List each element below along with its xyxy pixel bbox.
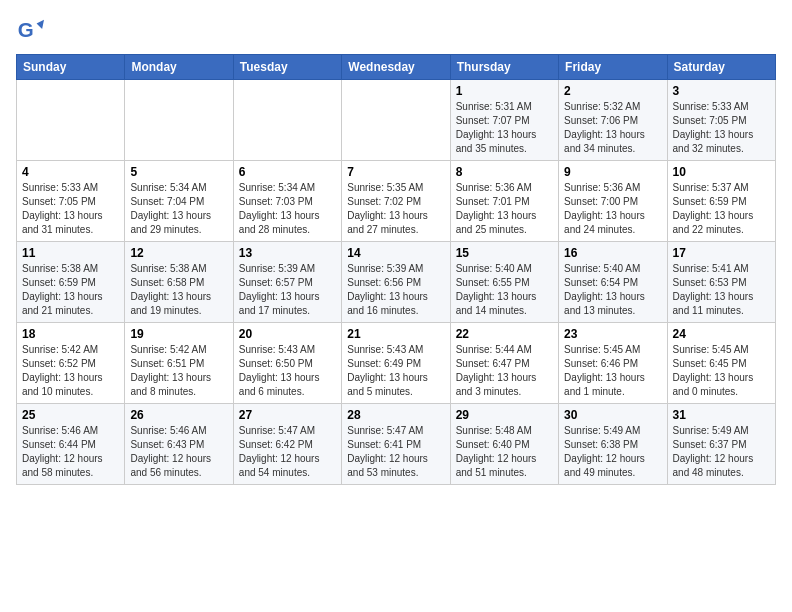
week-row-2: 4Sunrise: 5:33 AM Sunset: 7:05 PM Daylig…	[17, 161, 776, 242]
calendar-cell: 8Sunrise: 5:36 AM Sunset: 7:01 PM Daylig…	[450, 161, 558, 242]
day-info: Sunrise: 5:49 AM Sunset: 6:38 PM Dayligh…	[564, 424, 661, 480]
day-info: Sunrise: 5:42 AM Sunset: 6:51 PM Dayligh…	[130, 343, 227, 399]
day-info: Sunrise: 5:46 AM Sunset: 6:44 PM Dayligh…	[22, 424, 119, 480]
day-info: Sunrise: 5:41 AM Sunset: 6:53 PM Dayligh…	[673, 262, 770, 318]
calendar-cell: 18Sunrise: 5:42 AM Sunset: 6:52 PM Dayli…	[17, 323, 125, 404]
day-number: 13	[239, 246, 336, 260]
week-row-1: 1Sunrise: 5:31 AM Sunset: 7:07 PM Daylig…	[17, 80, 776, 161]
calendar-cell: 1Sunrise: 5:31 AM Sunset: 7:07 PM Daylig…	[450, 80, 558, 161]
calendar-cell: 4Sunrise: 5:33 AM Sunset: 7:05 PM Daylig…	[17, 161, 125, 242]
day-info: Sunrise: 5:47 AM Sunset: 6:41 PM Dayligh…	[347, 424, 444, 480]
day-number: 29	[456, 408, 553, 422]
day-number: 19	[130, 327, 227, 341]
calendar-table: SundayMondayTuesdayWednesdayThursdayFrid…	[16, 54, 776, 485]
day-info: Sunrise: 5:43 AM Sunset: 6:49 PM Dayligh…	[347, 343, 444, 399]
day-number: 4	[22, 165, 119, 179]
day-number: 24	[673, 327, 770, 341]
day-info: Sunrise: 5:39 AM Sunset: 6:57 PM Dayligh…	[239, 262, 336, 318]
day-number: 10	[673, 165, 770, 179]
day-number: 26	[130, 408, 227, 422]
calendar-cell: 22Sunrise: 5:44 AM Sunset: 6:47 PM Dayli…	[450, 323, 558, 404]
day-number: 11	[22, 246, 119, 260]
calendar-cell: 31Sunrise: 5:49 AM Sunset: 6:37 PM Dayli…	[667, 404, 775, 485]
day-info: Sunrise: 5:42 AM Sunset: 6:52 PM Dayligh…	[22, 343, 119, 399]
calendar-cell: 25Sunrise: 5:46 AM Sunset: 6:44 PM Dayli…	[17, 404, 125, 485]
day-info: Sunrise: 5:31 AM Sunset: 7:07 PM Dayligh…	[456, 100, 553, 156]
day-number: 5	[130, 165, 227, 179]
week-row-4: 18Sunrise: 5:42 AM Sunset: 6:52 PM Dayli…	[17, 323, 776, 404]
day-info: Sunrise: 5:40 AM Sunset: 6:55 PM Dayligh…	[456, 262, 553, 318]
weekday-header-thursday: Thursday	[450, 55, 558, 80]
calendar-cell: 16Sunrise: 5:40 AM Sunset: 6:54 PM Dayli…	[559, 242, 667, 323]
page-header: G	[16, 16, 776, 44]
calendar-cell: 27Sunrise: 5:47 AM Sunset: 6:42 PM Dayli…	[233, 404, 341, 485]
day-info: Sunrise: 5:38 AM Sunset: 6:59 PM Dayligh…	[22, 262, 119, 318]
day-info: Sunrise: 5:43 AM Sunset: 6:50 PM Dayligh…	[239, 343, 336, 399]
day-info: Sunrise: 5:34 AM Sunset: 7:03 PM Dayligh…	[239, 181, 336, 237]
day-info: Sunrise: 5:37 AM Sunset: 6:59 PM Dayligh…	[673, 181, 770, 237]
day-info: Sunrise: 5:38 AM Sunset: 6:58 PM Dayligh…	[130, 262, 227, 318]
weekday-header-friday: Friday	[559, 55, 667, 80]
weekday-header-monday: Monday	[125, 55, 233, 80]
day-number: 15	[456, 246, 553, 260]
calendar-cell: 11Sunrise: 5:38 AM Sunset: 6:59 PM Dayli…	[17, 242, 125, 323]
calendar-cell: 10Sunrise: 5:37 AM Sunset: 6:59 PM Dayli…	[667, 161, 775, 242]
calendar-cell: 6Sunrise: 5:34 AM Sunset: 7:03 PM Daylig…	[233, 161, 341, 242]
day-number: 21	[347, 327, 444, 341]
day-info: Sunrise: 5:45 AM Sunset: 6:45 PM Dayligh…	[673, 343, 770, 399]
day-number: 1	[456, 84, 553, 98]
calendar-cell: 30Sunrise: 5:49 AM Sunset: 6:38 PM Dayli…	[559, 404, 667, 485]
weekday-header-wednesday: Wednesday	[342, 55, 450, 80]
day-number: 9	[564, 165, 661, 179]
day-info: Sunrise: 5:44 AM Sunset: 6:47 PM Dayligh…	[456, 343, 553, 399]
calendar-cell	[233, 80, 341, 161]
weekday-header-tuesday: Tuesday	[233, 55, 341, 80]
day-number: 27	[239, 408, 336, 422]
day-info: Sunrise: 5:48 AM Sunset: 6:40 PM Dayligh…	[456, 424, 553, 480]
calendar-cell: 21Sunrise: 5:43 AM Sunset: 6:49 PM Dayli…	[342, 323, 450, 404]
weekday-header-sunday: Sunday	[17, 55, 125, 80]
calendar-cell: 24Sunrise: 5:45 AM Sunset: 6:45 PM Dayli…	[667, 323, 775, 404]
day-number: 8	[456, 165, 553, 179]
day-info: Sunrise: 5:39 AM Sunset: 6:56 PM Dayligh…	[347, 262, 444, 318]
calendar-cell: 9Sunrise: 5:36 AM Sunset: 7:00 PM Daylig…	[559, 161, 667, 242]
svg-marker-1	[37, 20, 44, 29]
day-number: 23	[564, 327, 661, 341]
calendar-cell: 7Sunrise: 5:35 AM Sunset: 7:02 PM Daylig…	[342, 161, 450, 242]
calendar-cell: 14Sunrise: 5:39 AM Sunset: 6:56 PM Dayli…	[342, 242, 450, 323]
day-info: Sunrise: 5:46 AM Sunset: 6:43 PM Dayligh…	[130, 424, 227, 480]
calendar-cell	[342, 80, 450, 161]
calendar-cell: 13Sunrise: 5:39 AM Sunset: 6:57 PM Dayli…	[233, 242, 341, 323]
day-number: 6	[239, 165, 336, 179]
calendar-cell: 5Sunrise: 5:34 AM Sunset: 7:04 PM Daylig…	[125, 161, 233, 242]
calendar-cell	[125, 80, 233, 161]
week-row-5: 25Sunrise: 5:46 AM Sunset: 6:44 PM Dayli…	[17, 404, 776, 485]
day-number: 16	[564, 246, 661, 260]
svg-text:G: G	[18, 18, 34, 41]
calendar-header: SundayMondayTuesdayWednesdayThursdayFrid…	[17, 55, 776, 80]
day-number: 14	[347, 246, 444, 260]
day-info: Sunrise: 5:47 AM Sunset: 6:42 PM Dayligh…	[239, 424, 336, 480]
day-number: 31	[673, 408, 770, 422]
day-number: 12	[130, 246, 227, 260]
calendar-cell: 28Sunrise: 5:47 AM Sunset: 6:41 PM Dayli…	[342, 404, 450, 485]
day-info: Sunrise: 5:45 AM Sunset: 6:46 PM Dayligh…	[564, 343, 661, 399]
calendar-cell: 20Sunrise: 5:43 AM Sunset: 6:50 PM Dayli…	[233, 323, 341, 404]
day-number: 3	[673, 84, 770, 98]
calendar-cell: 26Sunrise: 5:46 AM Sunset: 6:43 PM Dayli…	[125, 404, 233, 485]
day-number: 20	[239, 327, 336, 341]
logo: G	[16, 16, 48, 44]
calendar-cell: 2Sunrise: 5:32 AM Sunset: 7:06 PM Daylig…	[559, 80, 667, 161]
day-info: Sunrise: 5:32 AM Sunset: 7:06 PM Dayligh…	[564, 100, 661, 156]
day-number: 25	[22, 408, 119, 422]
day-info: Sunrise: 5:33 AM Sunset: 7:05 PM Dayligh…	[673, 100, 770, 156]
day-number: 18	[22, 327, 119, 341]
day-info: Sunrise: 5:35 AM Sunset: 7:02 PM Dayligh…	[347, 181, 444, 237]
calendar-cell: 15Sunrise: 5:40 AM Sunset: 6:55 PM Dayli…	[450, 242, 558, 323]
day-info: Sunrise: 5:36 AM Sunset: 7:00 PM Dayligh…	[564, 181, 661, 237]
week-row-3: 11Sunrise: 5:38 AM Sunset: 6:59 PM Dayli…	[17, 242, 776, 323]
day-info: Sunrise: 5:36 AM Sunset: 7:01 PM Dayligh…	[456, 181, 553, 237]
calendar-cell: 29Sunrise: 5:48 AM Sunset: 6:40 PM Dayli…	[450, 404, 558, 485]
calendar-cell	[17, 80, 125, 161]
weekday-header-saturday: Saturday	[667, 55, 775, 80]
